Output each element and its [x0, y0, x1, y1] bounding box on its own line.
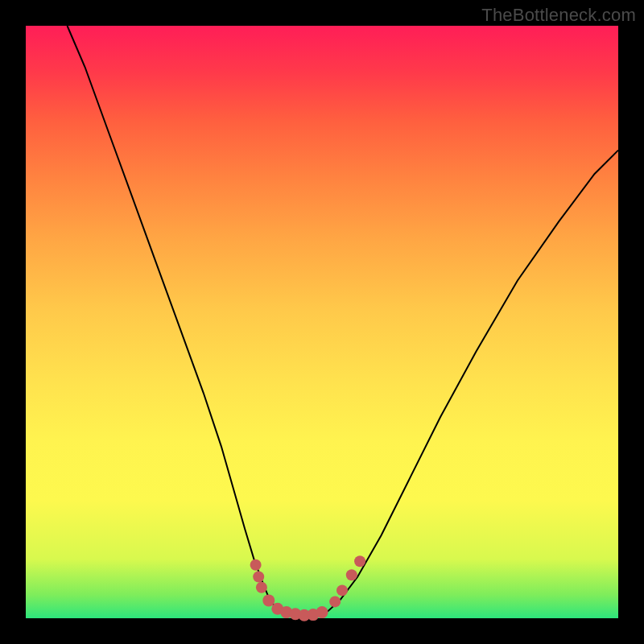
- marker-dot: [316, 606, 328, 618]
- chart-svg: [26, 26, 618, 618]
- marker-dot: [354, 555, 365, 567]
- marker-group-flat-bottom: [262, 594, 328, 621]
- marker-dot: [256, 582, 267, 593]
- marker-dot: [253, 572, 264, 583]
- chart-frame: TheBottleneck.com: [0, 0, 644, 644]
- watermark-text: TheBottleneck.com: [481, 5, 636, 26]
- marker-group-right-wall: [329, 555, 365, 607]
- main-curve: [68, 26, 619, 616]
- marker-dot: [262, 594, 275, 606]
- marker-dot: [346, 569, 357, 580]
- marker-dot: [250, 559, 262, 571]
- marker-dot: [329, 596, 341, 607]
- marker-group-left-wall: [250, 559, 267, 593]
- plot-area: [26, 26, 618, 618]
- marker-dot: [336, 584, 348, 596]
